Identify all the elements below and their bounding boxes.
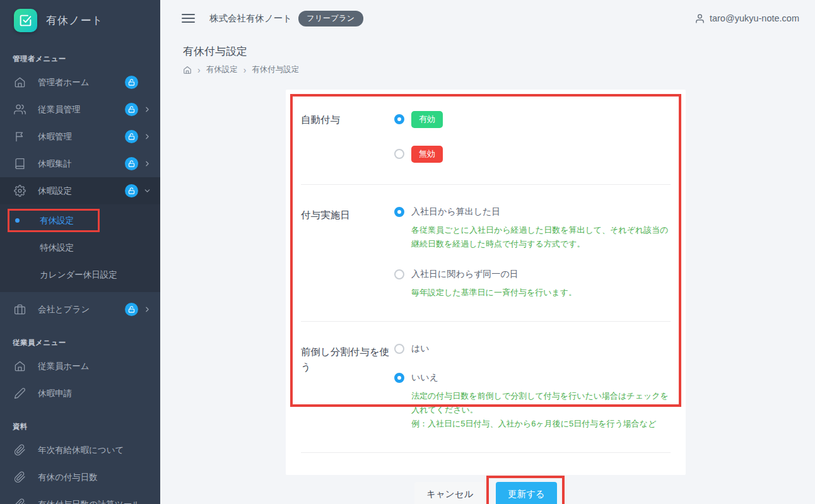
radio-option-label[interactable]: いいえ <box>411 372 438 384</box>
form-row-auto-grant: 自動付与 有効 無効 <box>301 90 671 185</box>
hamburger-menu-icon[interactable] <box>182 11 195 25</box>
radio-option-no[interactable]: いいえ <box>394 372 671 384</box>
check-square-icon <box>14 9 37 32</box>
home-icon[interactable] <box>183 66 192 74</box>
radio-option-label[interactable]: 入社日に関わらず同一の日 <box>411 269 519 280</box>
paperclip-icon <box>14 498 26 504</box>
sidebar-item-leave-settings[interactable]: 休暇設定 <box>0 177 160 204</box>
helper-text: 各従業員ごとに入社日から経過した日数を算出して、それぞれ該当の継続日数を経過した… <box>411 223 671 251</box>
radio-unselected-icon[interactable] <box>394 269 404 279</box>
breadcrumb-current: 有休付与設定 <box>252 64 299 75</box>
settings-card: 自動付与 有効 無効 <box>286 90 686 475</box>
lock-icon <box>125 303 138 316</box>
user-menu[interactable]: taro@yukyu-note.com <box>695 13 799 24</box>
user-icon <box>695 13 705 24</box>
sidebar-item-company-plan[interactable]: 会社とプラン <box>0 296 160 323</box>
briefcase-icon <box>14 303 26 315</box>
chevron-right-icon <box>143 105 151 114</box>
radio-unselected-icon[interactable] <box>394 149 404 159</box>
sidebar-item-label: 従業員ホーム <box>38 361 151 372</box>
radio-option-yes[interactable]: はい <box>394 343 671 355</box>
sidebar-subitem-label: 有休設定 <box>40 215 74 226</box>
helper-text: 法定の付与日数を前倒しで分割して付与を行いたい場合はチェックを入れてください。 <box>411 389 671 417</box>
lock-icon <box>125 76 138 89</box>
lock-icon <box>125 103 138 116</box>
sidebar-item-doc-grant-days-calculator[interactable]: 有休付与日数の計算ツール <box>0 491 160 504</box>
home-icon <box>14 360 26 372</box>
sidebar: 有休ノート 管理者メニュー 管理者ホーム 従業員管理 休暇管理 <box>0 0 160 504</box>
employee-menu-header: 従業員メニュー <box>0 323 160 353</box>
helper-example-text: 例：入社日に5日付与、入社から6ヶ月後に5日付与を行う場合など <box>411 417 671 431</box>
people-icon <box>14 103 26 115</box>
sidebar-item-label: 休暇設定 <box>38 185 121 197</box>
lock-icon <box>125 157 138 170</box>
status-badge-disabled[interactable]: 無効 <box>411 146 443 163</box>
form-row-label: 自動付与 <box>301 111 394 180</box>
sidebar-item-label: 有休の付与日数 <box>38 472 151 483</box>
sidebar-item-admin-home[interactable]: 管理者ホーム <box>0 69 160 96</box>
radio-option-label[interactable]: 入社日から算出した日 <box>411 206 500 218</box>
sidebar-item-doc-annual-paid-leave[interactable]: 年次有給休暇について <box>0 437 160 464</box>
leave-settings-submenu: 有休設定 特休設定 カレンダー休日設定 <box>0 204 160 292</box>
sidebar-item-leave-request[interactable]: 休暇申請 <box>0 380 160 407</box>
sidebar-item-label: 管理者ホーム <box>38 77 121 88</box>
sidebar-subitem-label: 特休設定 <box>40 242 74 254</box>
sidebar-subitem-calendar-holiday-settings[interactable]: カレンダー休日設定 <box>0 261 160 288</box>
radio-option-same-day[interactable]: 入社日に関わらず同一の日 <box>394 269 671 280</box>
chevron-right-icon <box>143 160 151 168</box>
lock-icon <box>125 130 138 143</box>
sidebar-item-label: 休暇申請 <box>38 388 151 399</box>
chevron-down-icon <box>143 187 151 195</box>
admin-menu-header: 管理者メニュー <box>0 39 160 69</box>
sidebar-subitem-special-leave-settings[interactable]: 特休設定 <box>0 234 160 261</box>
sidebar-item-employee-home[interactable]: 従業員ホーム <box>0 353 160 380</box>
app-title: 有休ノート <box>46 13 103 28</box>
docs-menu-header: 資料 <box>0 407 160 437</box>
breadcrumb-separator-icon <box>197 66 201 74</box>
gear-icon <box>14 185 26 197</box>
form-footer: キャンセル 更新する <box>286 453 686 504</box>
page-title: 有休付与設定 <box>183 44 802 59</box>
radio-option-label[interactable]: はい <box>411 343 430 355</box>
topbar: 株式会社有休ノート フリープラン taro@yukyu-note.com <box>160 0 815 37</box>
flag-icon <box>14 131 26 143</box>
form-row-label: 付与実施日 <box>301 206 394 317</box>
user-email: taro@yukyu-note.com <box>710 13 799 23</box>
page-head: 有休付与設定 有休設定 有休付与設定 <box>160 37 815 75</box>
form-row-label: 前倒し分割付与を使う <box>301 343 394 448</box>
chevron-right-icon <box>143 305 151 314</box>
main-area: 株式会社有休ノート フリープラン taro@yukyu-note.com 有休付… <box>160 0 815 504</box>
status-badge-enabled[interactable]: 有効 <box>411 111 443 128</box>
sidebar-group-leave-settings: 休暇設定 有休設定 特休設定 カレンダー休日設定 <box>0 177 160 292</box>
book-icon <box>14 158 26 170</box>
sidebar-item-label: 会社とプラン <box>38 304 121 315</box>
breadcrumb-separator-icon <box>243 66 247 74</box>
radio-unselected-icon[interactable] <box>394 344 404 354</box>
sidebar-item-employee-management[interactable]: 従業員管理 <box>0 96 160 123</box>
sidebar-subitem-paid-leave-settings[interactable]: 有休設定 <box>0 207 160 234</box>
sidebar-item-label: 従業員管理 <box>38 104 121 115</box>
radio-option-from-hire-date[interactable]: 入社日から算出した日 <box>394 206 671 218</box>
radio-option-enabled[interactable]: 有効 <box>394 111 671 128</box>
form-row-split-grant: 前倒し分割付与を使う はい いいえ 法定の付与日数を前倒しで分割して付与 <box>301 322 671 453</box>
breadcrumb-link[interactable]: 有休設定 <box>206 64 238 75</box>
cancel-button[interactable]: キャンセル <box>414 482 485 504</box>
radio-selected-icon[interactable] <box>394 207 404 217</box>
lock-icon <box>125 184 138 197</box>
radio-option-disabled[interactable]: 無効 <box>394 146 671 163</box>
active-dot-icon <box>15 218 20 223</box>
update-button[interactable]: 更新する <box>496 482 557 504</box>
radio-selected-icon[interactable] <box>394 373 404 383</box>
form-row-grant-date: 付与実施日 入社日から算出した日 各従業員ごとに入社日から経過した日数を算出して… <box>301 185 671 322</box>
sidebar-subitem-label: カレンダー休日設定 <box>40 269 117 281</box>
sidebar-item-leave-management[interactable]: 休暇管理 <box>0 123 160 150</box>
breadcrumb: 有休設定 有休付与設定 <box>183 64 802 75</box>
app-logo[interactable]: 有休ノート <box>0 0 160 39</box>
sidebar-item-leave-summary[interactable]: 休暇集計 <box>0 150 160 177</box>
company-name: 株式会社有休ノート <box>209 13 292 25</box>
settings-form: 自動付与 有効 無効 <box>286 90 686 453</box>
radio-selected-icon[interactable] <box>394 114 404 124</box>
helper-text: 毎年設定した基準日に一斉付与を行います。 <box>411 286 671 300</box>
sidebar-item-doc-grant-days[interactable]: 有休の付与日数 <box>0 464 160 491</box>
home-icon <box>14 76 26 88</box>
